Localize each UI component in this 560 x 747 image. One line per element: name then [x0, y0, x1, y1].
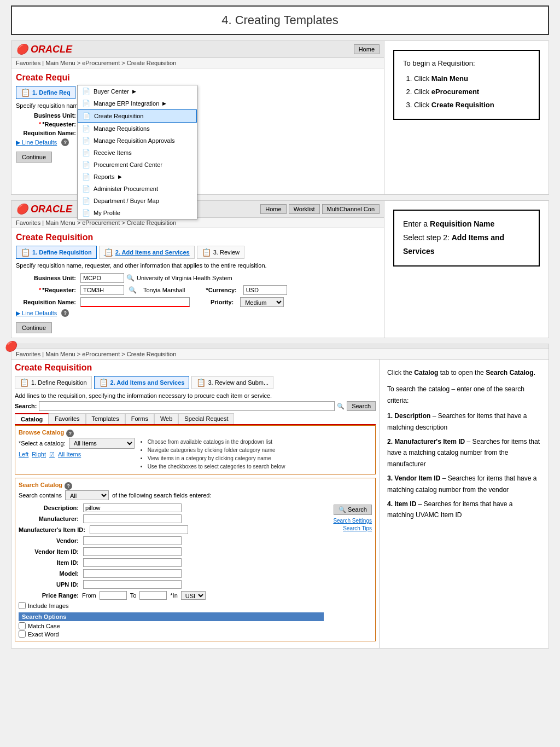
callout-1-item-2: Click eProcurement: [414, 86, 530, 98]
step2-icon-3: 📋: [202, 248, 211, 257]
line-defaults-row-2: ▶ Line Defaults ?: [16, 309, 380, 317]
dropdown-reports[interactable]: 📄 Reports: [78, 171, 197, 183]
step-3-add-items[interactable]: 📋 2. Add Items and Services: [94, 376, 190, 389]
priority-select-2[interactable]: Medium: [240, 297, 284, 307]
step-3-define[interactable]: 📋 1. Define Requisition: [15, 376, 92, 389]
step-2-review[interactable]: 📋 3. Review: [197, 246, 244, 259]
doc-icon-1: 📄: [82, 88, 90, 95]
requester-input-2[interactable]: [80, 285, 124, 295]
home-button-1[interactable]: Home: [354, 44, 380, 54]
callout-1: To begin a Requisition: Click Main Menu …: [393, 50, 540, 120]
currency-input-2[interactable]: [243, 285, 287, 295]
doc-icon-3: 📄: [83, 112, 91, 120]
vendor-item-input[interactable]: [83, 547, 182, 556]
search-glass-icon-3: 🔍: [337, 403, 345, 410]
callout-3-item-3: 3. Vendor Item ID – Searches for items t…: [387, 473, 541, 495]
search-btn-3[interactable]: Search: [347, 401, 376, 411]
price-to-input[interactable]: [139, 591, 167, 600]
catalog-left-link[interactable]: Left: [19, 451, 28, 458]
req-name-input-2[interactable]: [80, 297, 190, 307]
upn-input[interactable]: [83, 580, 182, 589]
dropdown-dept-buyer[interactable]: 📄 Department / Buyer Map: [78, 195, 197, 207]
search-icon-req-2[interactable]: 🔍: [129, 286, 137, 294]
search-btn-catalog[interactable]: 🔍 Search: [334, 505, 372, 515]
section-1-callout: To begin a Requisition: Click Main Menu …: [384, 41, 549, 194]
oracle-logo-2: 🔴 ORACLE: [16, 203, 72, 215]
tabs-bar-3: Catalog Favorites Templates Forms Web Sp…: [15, 413, 376, 425]
cat-instr-3: View items in a category by clicking cat…: [148, 454, 285, 462]
desc-input[interactable]: [83, 503, 182, 512]
search-contains-row: Search contains All of the following sea…: [19, 490, 372, 500]
req-name-row-2: Requisition Name: Priority: Medium: [16, 297, 380, 307]
dropdown-erp[interactable]: 📄 Manage ERP Integration: [78, 97, 197, 109]
mfr-label: Manufacturer:: [19, 516, 79, 522]
doc-icon-4: 📄: [82, 125, 90, 132]
search-tips-link[interactable]: Search Tips: [343, 525, 372, 531]
dropdown-my-profile[interactable]: 📄 My Profile: [78, 207, 197, 219]
dropdown-proc-card[interactable]: 📄 Procurement Card Center: [78, 159, 197, 171]
search-settings-link[interactable]: Search Settings: [333, 518, 372, 524]
oracle-logo-3: 🔴: [4, 340, 16, 352]
item-id-input[interactable]: [83, 558, 182, 567]
price-from-input[interactable]: [100, 591, 127, 600]
oracle-header-2: 🔴 ORACLE Home Worklist MultiChannel Con: [11, 201, 384, 218]
callout-2: Enter a Requisition Name Select step 2: …: [393, 210, 540, 267]
mfr-item-input[interactable]: [90, 525, 188, 534]
match-case-checkbox[interactable]: [19, 622, 26, 629]
item-id-row: Item ID:: [19, 558, 324, 567]
search-row-3: Search: 🔍 Search: [15, 401, 376, 411]
step-2-add-items[interactable]: 📋 2. Add Items and Services: [99, 246, 195, 259]
requester-row-1: *Requester:: [16, 121, 380, 128]
dropdown-manage-approvals[interactable]: 📄 Manage Requisition Approvals: [78, 135, 197, 147]
browse-catalog-body: *Select a catalog: All Items Left Right …: [19, 438, 372, 471]
search-input-3[interactable]: [39, 401, 335, 411]
vendor-input[interactable]: [83, 536, 182, 545]
tab-forms[interactable]: Forms: [125, 413, 154, 424]
price-currency-select[interactable]: USD: [181, 591, 206, 600]
step-1-define[interactable]: 📋 1. Define Req: [16, 86, 75, 99]
doc-icon-6: 📄: [82, 149, 90, 157]
callout-1-item-3: Click Create Requisition: [414, 99, 530, 111]
include-images-checkbox[interactable]: [19, 602, 26, 609]
price-range-label: Price Range:: [19, 592, 79, 599]
step-2-define[interactable]: 📋 1. Define Requisition: [16, 246, 97, 259]
include-images-label: Include Images: [28, 603, 69, 609]
tab-special-request[interactable]: Special Request: [178, 413, 234, 424]
line-defaults-1[interactable]: ▶ Line Defaults: [16, 139, 57, 146]
dropdown-manage-req[interactable]: 📄 Manage Requisitions: [78, 123, 197, 135]
home-btn-2[interactable]: Home: [260, 204, 286, 214]
continue-btn-2[interactable]: Continue: [16, 322, 52, 333]
continue-btn-1[interactable]: Continue: [16, 152, 52, 163]
search-contains-select[interactable]: All: [65, 490, 109, 500]
dropdown-create-req[interactable]: 📄 Create Requisition: [78, 109, 197, 123]
model-input[interactable]: [83, 569, 182, 578]
search-icon-2[interactable]: 🔍: [126, 274, 135, 282]
tab-favorites[interactable]: Favorites: [49, 413, 85, 424]
tab-templates[interactable]: Templates: [86, 413, 125, 424]
req-name-label-1: Requisition Name:: [16, 130, 76, 136]
catalog-navigation: Left Right ☑ All Items: [19, 451, 135, 458]
dropdown-receive-items[interactable]: 📄 Receive Items: [78, 147, 197, 159]
tab-web[interactable]: Web: [154, 413, 178, 424]
mfr-input[interactable]: [83, 514, 182, 523]
dropdown-buyer-center[interactable]: 📄 Buyer Center: [78, 85, 197, 97]
search-fields-left: Description: Manufacturer: Manufacturer'…: [19, 503, 324, 638]
multichannel-btn-2[interactable]: MultiChannel Con: [322, 204, 380, 214]
callout-2-line2: Select step 2: Add Items and Services: [403, 231, 530, 258]
dropdown-administer[interactable]: 📄 Administer Procurement: [78, 183, 197, 195]
callout-1-list: Click Main Menu Click eProcurement Click…: [403, 73, 530, 111]
search-right-col: 🔍 Search Search Settings Search Tips: [328, 503, 372, 638]
section-1: 🔴 ORACLE Home Favorites | Main Menu > eP…: [11, 40, 549, 195]
callout-3-intro: To search the catalog – enter one of the…: [387, 384, 541, 406]
tab-catalog[interactable]: Catalog: [15, 413, 49, 424]
step-3-review[interactable]: 📋 3. Review and Subm...: [191, 376, 273, 389]
exact-word-checkbox[interactable]: [19, 630, 26, 638]
catalog-right-link[interactable]: Right: [32, 451, 46, 458]
browse-info-icon: ?: [66, 430, 74, 437]
worklist-btn-2[interactable]: Worklist: [289, 204, 320, 214]
bu-input-2[interactable]: [80, 273, 124, 283]
line-defaults-2[interactable]: ▶ Line Defaults: [16, 310, 57, 317]
catalog-all-link[interactable]: All Items: [58, 451, 81, 458]
eprocurement-dropdown: 📄 Buyer Center 📄 Manage ERP Integration …: [77, 85, 197, 219]
catalog-select[interactable]: All Items: [69, 438, 135, 449]
